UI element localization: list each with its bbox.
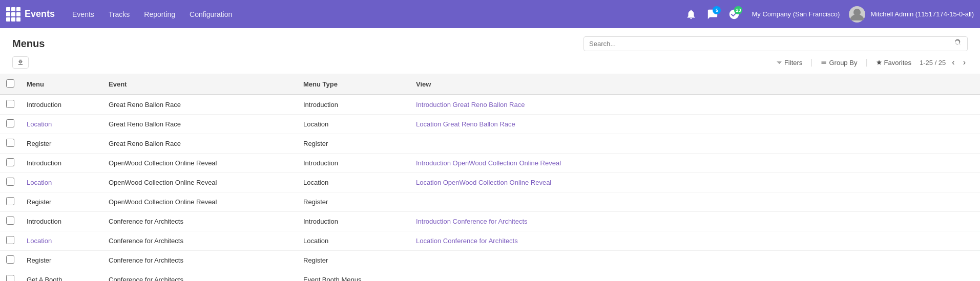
row-checkbox-cell[interactable] [0,192,20,212]
cell-view: Location Conference for Architects [410,231,980,251]
cell-menu-type: Introduction [297,95,410,115]
col-header-menutype[interactable]: Menu Type [297,74,410,95]
grid-menu-icon[interactable] [6,7,20,21]
cell-menu-type: Location [297,115,410,134]
row-checkbox[interactable] [6,139,14,147]
activity-icon[interactable]: 23 [726,6,742,23]
view-link[interactable]: Location Great Reno Ballon Race [416,120,515,128]
company-name: My Company (San Francisco) [752,10,840,18]
col-header-event[interactable]: Event [102,74,297,95]
cell-menu: Introduction [20,95,102,115]
row-checkbox-cell[interactable] [0,154,20,173]
search-button[interactable] [954,39,962,49]
user-name[interactable]: Mitchell Admin (11517174-15-0-all) [870,10,974,18]
row-checkbox-cell[interactable] [0,231,20,251]
row-checkbox-cell[interactable] [0,173,20,192]
cell-view [410,270,980,282]
view-link[interactable]: Location Conference for Architects [416,237,518,245]
notification-bell[interactable] [683,6,699,23]
table-row: LocationGreat Reno Ballon RaceLocationLo… [0,115,980,134]
row-checkbox-cell[interactable] [0,251,20,270]
nav-reporting[interactable]: Reporting [139,7,180,21]
table-row: RegisterConference for ArchitectsRegiste… [0,251,980,270]
toolbar: Filters | Group By | Favorites 1-25 / 25… [0,51,980,74]
groupby-label: Group By [829,59,857,67]
row-checkbox[interactable] [6,197,14,205]
table-row: IntroductionConference for ArchitectsInt… [0,212,980,231]
cell-view: Location Great Reno Ballon Race [410,115,980,134]
filters-label: Filters [784,59,802,67]
row-checkbox[interactable] [6,100,14,108]
topnav-right-section: 5 23 My Company (San Francisco) Mitchell… [683,6,974,23]
table-row: IntroductionOpenWood Collection Online R… [0,154,980,173]
search-input[interactable] [589,40,954,48]
cell-menu-type: Introduction [297,154,410,173]
search-bar [583,36,968,51]
toolbar-right: Filters | Group By | Favorites 1-25 / 25… [772,57,968,69]
row-checkbox[interactable] [6,236,14,244]
table-row: RegisterOpenWood Collection Online Revea… [0,192,980,212]
view-link[interactable]: Introduction Great Reno Ballon Race [416,101,525,109]
user-avatar[interactable] [849,6,865,23]
nav-tracks[interactable]: Tracks [103,7,135,21]
toolbar-left [12,56,29,69]
menu-link[interactable]: Location [27,237,52,245]
table-row: IntroductionGreat Reno Ballon RaceIntrod… [0,95,980,115]
table-header-row: Menu Event Menu Type View [0,74,980,95]
cell-event: Great Reno Ballon Race [102,115,297,134]
select-all-checkbox-header[interactable] [0,74,20,95]
table-row: LocationConference for ArchitectsLocatio… [0,231,980,251]
menu-link[interactable]: Location [27,179,52,186]
cell-menu: Register [20,134,102,154]
row-checkbox-cell[interactable] [0,115,20,134]
next-page-button[interactable]: › [961,58,968,67]
app-title[interactable]: Events [25,9,55,19]
page-header: Menus [0,28,980,51]
menus-table: Menu Event Menu Type View IntroductionGr… [0,74,980,281]
download-button[interactable] [12,56,29,69]
chat-icon[interactable]: 5 [704,6,721,23]
row-checkbox-cell[interactable] [0,95,20,115]
cell-menu: Location [20,173,102,192]
view-link[interactable]: Location OpenWood Collection Online Reve… [416,179,551,186]
row-checkbox[interactable] [6,178,14,186]
groupby-button[interactable]: Group By [817,57,861,69]
prev-page-button[interactable]: ‹ [950,58,956,67]
row-checkbox[interactable] [6,255,14,264]
cell-view: Introduction Conference for Architects [410,212,980,231]
view-link[interactable]: Introduction OpenWood Collection Online … [416,159,561,167]
row-checkbox-cell[interactable] [0,212,20,231]
cell-view [410,251,980,270]
cell-menu: Register [20,192,102,212]
col-header-menu[interactable]: Menu [20,74,102,95]
filters-button[interactable]: Filters [772,57,806,69]
nav-configuration[interactable]: Configuration [184,7,237,21]
menu-link[interactable]: Location [27,120,52,128]
favorites-button[interactable]: Favorites [872,57,915,69]
row-checkbox[interactable] [6,217,14,225]
table-row: LocationOpenWood Collection Online Revea… [0,173,980,192]
cell-menu: Introduction [20,154,102,173]
select-all-checkbox[interactable] [6,79,14,88]
separator-2: | [865,58,867,67]
activity-badge: 23 [734,6,742,14]
cell-view [410,192,980,212]
cell-menu-type: Register [297,134,410,154]
cell-menu-type: Register [297,192,410,212]
col-header-view[interactable]: View [410,74,980,95]
cell-event: Conference for Architects [102,270,297,282]
row-checkbox-cell[interactable] [0,134,20,154]
cell-event: Conference for Architects [102,251,297,270]
view-link[interactable]: Introduction Conference for Architects [416,218,528,225]
favorites-label: Favorites [884,59,911,67]
cell-event: OpenWood Collection Online Reveal [102,192,297,212]
cell-view [410,134,980,154]
cell-menu: Introduction [20,212,102,231]
row-checkbox[interactable] [6,158,14,166]
nav-events[interactable]: Events [67,7,99,21]
cell-menu-type: Event Booth Menus [297,270,410,282]
row-checkbox-cell[interactable] [0,270,20,282]
row-checkbox[interactable] [6,119,14,127]
row-checkbox[interactable] [6,275,14,281]
cell-menu: Register [20,251,102,270]
